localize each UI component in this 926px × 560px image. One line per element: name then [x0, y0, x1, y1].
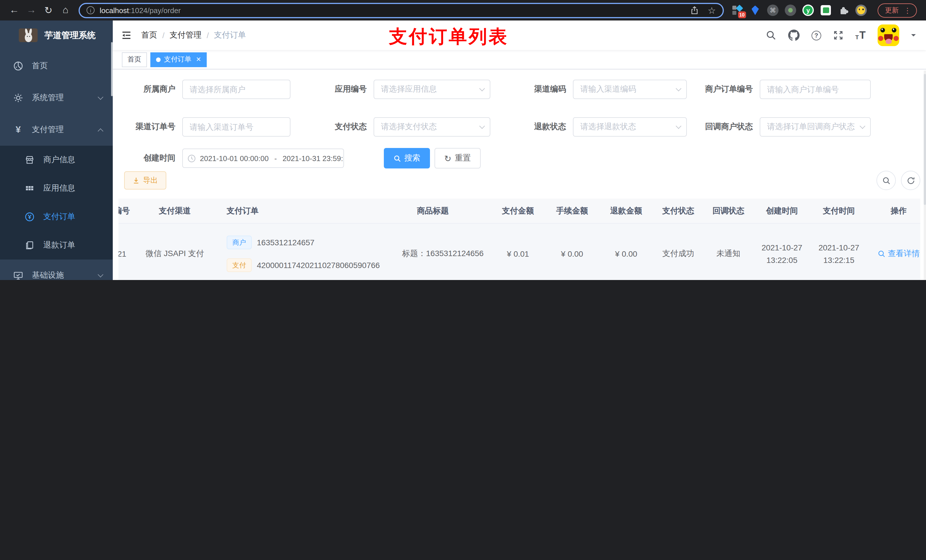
- page-annotation-title: 支付订单列表: [389, 24, 508, 50]
- sidebar-item-pay-order[interactable]: 支付订单: [0, 202, 113, 231]
- select-placeholder: 请选择支付状态: [381, 122, 477, 132]
- cell-amount: ¥ 0.01: [491, 249, 545, 258]
- browser-home-button[interactable]: ⌂: [57, 1, 74, 20]
- field-label: 回调商户状态: [701, 122, 760, 132]
- export-button[interactable]: 导出: [124, 171, 166, 190]
- create-time-range-picker[interactable]: 2021-10-01 00:00:00 - 2021-10-31 23:59:5…: [182, 148, 344, 168]
- logo-rabbit-image: [19, 29, 38, 42]
- avatar-caret-icon[interactable]: [911, 34, 916, 39]
- chat-extension-icon[interactable]: [820, 5, 831, 16]
- tag-home[interactable]: 首页: [122, 52, 147, 67]
- browser-forward-button[interactable]: →: [23, 1, 40, 20]
- cell-created: 2021-10-2713:22:05: [754, 241, 810, 266]
- view-detail-link[interactable]: 查看详情: [878, 248, 920, 259]
- tags-view-bar: 首页 支付订单 ✕: [113, 50, 926, 69]
- fullscreen-icon[interactable]: [833, 30, 843, 41]
- page-content: 所属商户 应用编号 请选择应用信息 渠道编码 请输入渠道编码: [113, 69, 926, 280]
- search-icon: [882, 176, 890, 185]
- pay-status-select[interactable]: 请选择支付状态: [374, 117, 490, 137]
- share-icon[interactable]: [690, 6, 699, 15]
- search-form-row-3: 创建时间 2021-10-01 00:00:00 - 2021-10-31 23…: [113, 148, 926, 169]
- breadcrumb-payment[interactable]: 支付管理: [170, 30, 201, 41]
- toggle-search-button[interactable]: [876, 171, 896, 190]
- app-select[interactable]: 请选择应用信息: [374, 80, 490, 99]
- orders-table: 编号 支付渠道 支付订单 商品标题 支付金额 手续金额 退款金额 支付状态 回调…: [118, 199, 920, 280]
- merchant-order-no: 1635312124657: [257, 238, 314, 247]
- breadcrumb-home[interactable]: 首页: [141, 30, 157, 41]
- sidebar-item-merchant-info[interactable]: 商户信息: [0, 146, 113, 174]
- clock-icon: [188, 154, 196, 163]
- help-icon[interactable]: ?: [811, 30, 821, 40]
- site-info-icon[interactable]: i: [86, 6, 95, 14]
- refund-status-select[interactable]: 请选择退款状态: [573, 117, 687, 137]
- close-icon[interactable]: ✕: [196, 56, 201, 63]
- browser-toolbar: ← → ↻ ⌂ i localhost:1024/pay/order ☆ 10 …: [0, 0, 926, 21]
- col-header-title: 商品标题: [400, 206, 491, 216]
- gear-icon: [11, 93, 25, 103]
- notify-status-select[interactable]: 请选择订单回调商户状态: [760, 117, 871, 137]
- grid-icon: [23, 183, 36, 193]
- search-button[interactable]: 搜索: [384, 148, 430, 169]
- puzzle-extensions-icon[interactable]: [838, 5, 849, 16]
- sidebar-item-payment[interactable]: ¥ 支付管理: [0, 114, 113, 146]
- chevron-down-icon: [676, 85, 681, 91]
- breadcrumb-current: 支付订单: [214, 30, 246, 41]
- kebab-menu-icon[interactable]: ⋮: [904, 6, 911, 15]
- refresh-table-button[interactable]: [901, 171, 920, 190]
- sidebar-item-label: 支付管理: [32, 125, 64, 135]
- browser-reload-button[interactable]: ↻: [40, 1, 57, 20]
- cell-title: 标题：1635312124656: [400, 249, 491, 259]
- font-size-icon[interactable]: TT: [855, 30, 865, 41]
- search-icon[interactable]: [766, 30, 776, 41]
- browser-back-button[interactable]: ←: [6, 1, 23, 20]
- reset-button[interactable]: ↻ 重置: [434, 148, 480, 169]
- refresh-icon: ↻: [444, 154, 451, 163]
- browser-update-button[interactable]: 更新 ⋮: [878, 3, 917, 17]
- sidebar-item-home[interactable]: 首页: [0, 50, 113, 82]
- search-form-row-1: 所属商户 应用编号 请选择应用信息 渠道编码 请输入渠道编码: [113, 80, 926, 99]
- sidebar: 芋道管理系统 首页 系统管理 ¥ 支付管理: [0, 21, 113, 280]
- select-placeholder: 请输入渠道编码: [580, 84, 673, 95]
- search-icon: [878, 249, 885, 258]
- sidebar-item-infra[interactable]: 基础设施: [0, 260, 113, 280]
- merchant-order-no-input[interactable]: [760, 80, 871, 99]
- github-icon[interactable]: [788, 30, 800, 41]
- command-extension-icon[interactable]: ⌘: [767, 5, 779, 16]
- field-label: 退款状态: [516, 122, 573, 132]
- page-scrollbar[interactable]: [924, 71, 926, 280]
- bookmark-star-icon[interactable]: ☆: [708, 5, 716, 16]
- avatar[interactable]: [878, 24, 899, 46]
- address-bar[interactable]: i localhost:1024/pay/order ☆: [79, 3, 724, 18]
- sidebar-collapse-icon[interactable]: [121, 30, 132, 41]
- dashboard-icon: [11, 61, 25, 71]
- tag-label: 首页: [127, 54, 141, 64]
- emoji-extension-icon[interactable]: [855, 5, 867, 16]
- shop-icon: [23, 155, 36, 165]
- sidebar-item-label: 退款订单: [43, 240, 75, 251]
- table-row[interactable]: 21 微信 JSAPI 支付 商户1635312124657 支付4200001…: [118, 223, 920, 280]
- green-y-extension-icon[interactable]: y: [802, 5, 814, 16]
- merchant-input[interactable]: [182, 80, 291, 99]
- cell-id: 21: [118, 249, 138, 258]
- cell-order: 商户1635312124657 支付4200001174202110278060…: [212, 235, 400, 272]
- extension-badge-icon[interactable]: 10: [732, 5, 743, 16]
- channel-code-select[interactable]: 请输入渠道编码: [573, 80, 687, 99]
- field-label: 应用编号: [317, 84, 374, 95]
- col-header-refund: 退款金额: [599, 206, 653, 216]
- search-button-label: 搜索: [404, 153, 420, 163]
- field-label: 渠道订单号: [118, 122, 182, 132]
- sidebar-item-system[interactable]: 系统管理: [0, 82, 113, 114]
- browser-update-label: 更新: [885, 5, 899, 15]
- url-host: localhost: [100, 6, 129, 15]
- channel-order-no-input[interactable]: [182, 117, 291, 137]
- cell-notify: 未通知: [703, 249, 754, 259]
- kite-extension-icon[interactable]: [749, 5, 761, 16]
- sidebar-item-app-info[interactable]: 应用信息: [0, 174, 113, 202]
- field-label: 渠道编码: [516, 84, 573, 95]
- col-header-status: 支付状态: [653, 206, 703, 216]
- tag-pay-order[interactable]: 支付订单 ✕: [150, 52, 207, 67]
- recorder-extension-icon[interactable]: [785, 5, 796, 16]
- sidebar-item-label: 首页: [32, 61, 48, 71]
- sidebar-item-refund-order[interactable]: 退款订单: [0, 231, 113, 260]
- col-header-created: 创建时间: [754, 206, 810, 216]
